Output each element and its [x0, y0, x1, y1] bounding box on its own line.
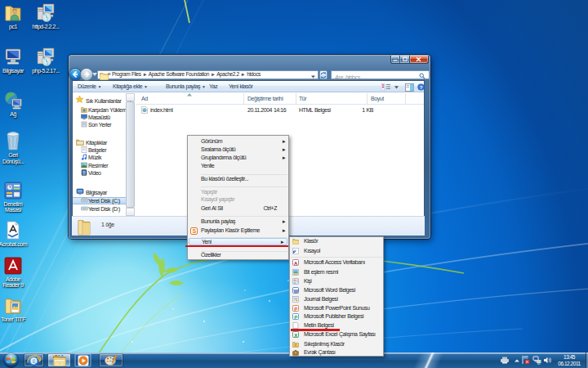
svg-text:P: P — [294, 315, 297, 320]
svg-text:W: W — [293, 288, 298, 293]
svg-text:P: P — [294, 306, 297, 311]
svg-text:X: X — [294, 333, 297, 338]
